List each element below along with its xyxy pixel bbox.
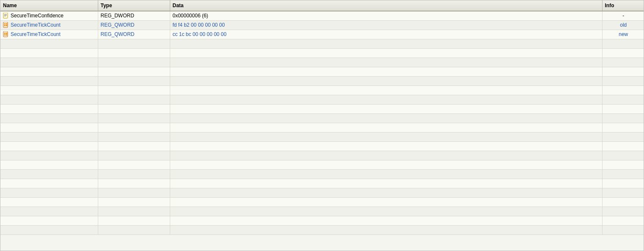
svg-rect-10 xyxy=(4,33,6,34)
table-row-empty xyxy=(0,76,644,86)
cell-info: - xyxy=(602,11,644,20)
table-row-empty xyxy=(0,197,644,207)
table-row-empty xyxy=(0,188,644,197)
svg-rect-11 xyxy=(6,33,7,34)
column-header-data[interactable]: Data xyxy=(170,0,602,11)
table-row-empty xyxy=(0,141,644,151)
column-header-type[interactable]: Type xyxy=(98,0,170,11)
name-text: SecureTimeTickCount xyxy=(11,22,61,28)
table-header-row: Name Type Data Info xyxy=(0,0,644,11)
table-row[interactable]: SecureTimeConfidenceREG_DWORD0x00000006 … xyxy=(0,11,644,20)
registry-table-container: Name Type Data Info SecureTimeConfidence… xyxy=(0,0,644,251)
table-row-empty xyxy=(0,225,644,234)
table-row-empty xyxy=(0,132,644,141)
table-row-empty xyxy=(0,179,644,188)
table-row-empty xyxy=(0,67,644,76)
table-row-empty xyxy=(0,216,644,225)
cell-name: SecureTimeTickCount xyxy=(0,20,98,30)
svg-rect-6 xyxy=(6,23,7,25)
svg-rect-13 xyxy=(6,34,7,36)
cell-data: cc 1c bc 00 00 00 00 00 xyxy=(170,30,602,39)
svg-rect-9 xyxy=(3,31,8,37)
table-row[interactable]: SecureTimeTickCountREG_QWORDfd f4 b2 00 … xyxy=(0,20,644,30)
info-value: old xyxy=(620,22,627,28)
cell-data: 0x00000006 (6) xyxy=(170,11,602,20)
table-row-empty xyxy=(0,48,644,58)
table-row-empty xyxy=(0,151,644,160)
name-text: SecureTimeConfidence xyxy=(11,13,64,19)
svg-rect-12 xyxy=(4,34,6,36)
reg-dword-icon xyxy=(3,13,9,19)
svg-rect-4 xyxy=(3,22,8,28)
svg-rect-5 xyxy=(4,23,6,25)
name-text: SecureTimeTickCount xyxy=(11,31,61,37)
table-row-empty xyxy=(0,86,644,95)
table-row-empty xyxy=(0,39,644,48)
table-row-empty xyxy=(0,58,644,67)
table-row[interactable]: SecureTimeTickCountREG_QWORDcc 1c bc 00 … xyxy=(0,30,644,39)
column-header-info[interactable]: Info xyxy=(602,0,644,11)
cell-type: REG_QWORD xyxy=(98,30,170,39)
table-row-empty xyxy=(0,104,644,113)
table-row-empty xyxy=(0,207,644,216)
cell-type: REG_QWORD xyxy=(98,20,170,30)
cell-type: REG_DWORD xyxy=(98,11,170,20)
table-row-empty xyxy=(0,113,644,123)
svg-rect-8 xyxy=(6,25,7,26)
info-value: - xyxy=(622,13,624,19)
reg-binary-icon xyxy=(3,31,9,37)
info-value: new xyxy=(619,31,628,37)
cell-info: old xyxy=(602,20,644,30)
reg-binary-icon xyxy=(3,22,9,28)
svg-rect-7 xyxy=(4,25,6,26)
cell-info: new xyxy=(602,30,644,39)
cell-name: SecureTimeConfidence xyxy=(0,11,98,20)
table-row-empty xyxy=(0,160,644,169)
cell-name: SecureTimeTickCount xyxy=(0,30,98,39)
table-row-empty xyxy=(0,95,644,104)
cell-data: fd f4 b2 00 00 00 00 00 xyxy=(170,20,602,30)
column-header-name[interactable]: Name xyxy=(0,0,98,11)
table-row-empty xyxy=(0,123,644,132)
registry-table: Name Type Data Info SecureTimeConfidence… xyxy=(0,0,644,235)
table-row-empty xyxy=(0,169,644,179)
